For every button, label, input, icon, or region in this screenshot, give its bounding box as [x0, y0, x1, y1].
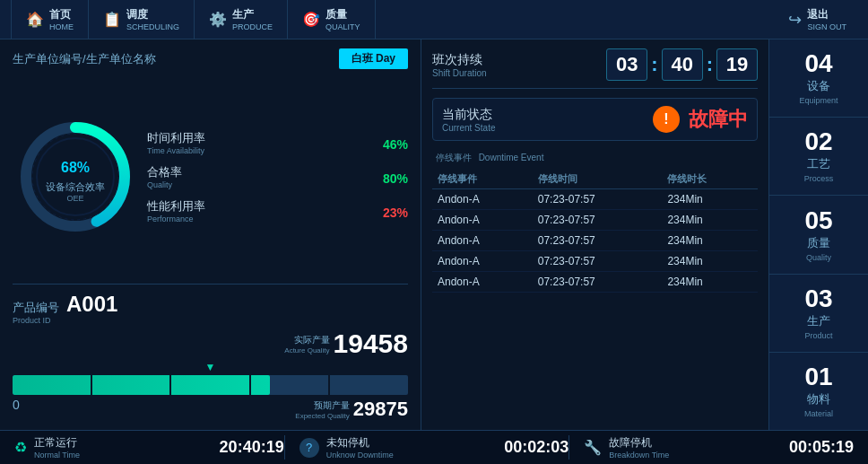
shift-minutes: 40 — [662, 48, 703, 81]
downtime-tbody: Andon-A07:23-07:57234MinAndon-A07:23-07:… — [432, 189, 758, 293]
right-item-material[interactable]: 01 物料 Material — [769, 353, 868, 430]
metric-time-cn: 时间利用率 — [147, 130, 338, 146]
state-label-block: 当前状态 Current State — [442, 107, 495, 133]
metric-performance: 性能利用率 Performance 23% — [147, 198, 408, 223]
downtime-row: Andon-A07:23-07:57234Min — [432, 251, 758, 272]
downtime-thead: 停线事件 停线时间 停线时长 — [432, 170, 758, 189]
progress-arrow: ▼ — [13, 361, 408, 373]
left-panel: 生产单位编号/生产单位名称 白班 Day — [0, 39, 421, 430]
col-duration: 停线时长 — [662, 170, 758, 189]
status-unknown: ? 未知停机 Unknow Downtime 00:02:03 — [284, 435, 569, 460]
downtime-cell-duration-4: 234Min — [662, 272, 758, 293]
shift-hours: 03 — [606, 48, 647, 81]
expected-qty-label-cn: 预期产量 — [295, 399, 349, 412]
progress-seg-1 — [13, 375, 92, 395]
right-item-equipment[interactable]: 04 设备 Equipment — [769, 39, 868, 118]
product-label-cn: 产品编号 — [13, 300, 59, 316]
metrics-list: 时间利用率 Time Availability 46% 合格率 Quality … — [147, 130, 408, 223]
downtime-row: Andon-A07:23-07:57234Min — [432, 210, 758, 231]
right-en-equipment: Equipment — [799, 96, 838, 105]
shift-cn: 班次持续 — [432, 52, 487, 68]
status-normal-text: 正常运行 Normal Time — [34, 435, 80, 460]
downtime-cell-time-2: 07:23-07:57 — [533, 231, 663, 251]
progress-bar-bg — [13, 375, 408, 395]
downtime-cell-duration-1: 234Min — [662, 210, 758, 231]
right-cn-quality: 质量 — [807, 235, 830, 251]
right-cn-material: 物料 — [807, 391, 830, 407]
nav-scheduling[interactable]: 📋 调度 SCHEDULING — [89, 0, 195, 39]
col-time: 停线时间 — [533, 170, 663, 189]
progress-labels: 0 预期产量 Expected Quality 29875 — [13, 398, 408, 421]
metric-time-value: 46% — [345, 131, 408, 154]
right-num-process: 02 — [804, 129, 832, 154]
downtime-cell-time-4: 07:23-07:57 — [533, 272, 663, 293]
oee-circle: 68% 设备综合效率 OEE — [13, 114, 138, 240]
nav-produce-cn: 生产 — [232, 7, 273, 22]
right-item-quality[interactable]: 05 质量 Quality — [769, 196, 868, 274]
right-num-product: 03 — [804, 286, 832, 311]
oee-percent: 68% — [46, 151, 105, 179]
nav-scheduling-en: SCHEDULING — [126, 22, 179, 31]
oee-label-cn: 设备综合效率 — [46, 180, 105, 194]
left-top-row: 生产单位编号/生产单位名称 白班 Day — [13, 48, 408, 69]
state-cn: 当前状态 — [442, 107, 495, 123]
oee-label-en: OEE — [46, 194, 105, 203]
state-value: 故障中 — [689, 106, 748, 133]
downtime-cell-event-3: Andon-A — [432, 251, 533, 272]
shift-duration-row: 班次持续 Shift Duration 03 : 40 : 19 — [432, 48, 758, 89]
downtime-section: 停线事件 Downtime Event 停线事件 停线时间 停线时长 Andon… — [432, 150, 758, 421]
right-num-material: 01 — [804, 364, 832, 390]
oee-center: 68% 设备综合效率 OEE — [46, 151, 105, 203]
progress-seg-3 — [171, 375, 251, 395]
nav-home-en: HOME — [49, 22, 74, 31]
expected-qty-value: 29875 — [353, 398, 408, 421]
downtime-row: Andon-A07:23-07:57234Min — [432, 272, 758, 293]
status-normal: ♻ 正常运行 Normal Time 20:40:19 — [14, 435, 284, 460]
right-item-process[interactable]: 02 工艺 Process — [769, 118, 868, 196]
right-item-product[interactable]: 03 生产 Product — [769, 275, 868, 353]
signout-icon: ↪ — [788, 10, 802, 30]
shift-time-display: 03 : 40 : 19 — [606, 48, 758, 81]
breakdown-icon: 🔧 — [584, 439, 602, 456]
actual-qty-label-cn: 实际产量 — [284, 334, 329, 346]
downtime-cell-event-0: Andon-A — [432, 189, 533, 210]
nav-produce-en: PRODUCE — [232, 22, 273, 31]
top-navigation: 🏠 首页 HOME 📋 调度 SCHEDULING ⚙️ 生产 PRODUCE … — [0, 0, 868, 39]
status-bar: ♻ 正常运行 Normal Time 20:40:19 ? 未知停机 Unkno… — [0, 430, 868, 464]
right-num-equipment: 04 — [804, 51, 832, 76]
progress-seg-5 — [330, 375, 408, 395]
metric-time-en: Time Availability — [147, 146, 338, 155]
shift-seconds: 19 — [716, 48, 758, 81]
downtime-cell-time-1: 07:23-07:57 — [533, 210, 663, 231]
quantity-section: 实际产量 Acture Quality 19458 ▼ — [13, 330, 408, 421]
status-breakdown-text: 故障停机 Breakdown Time — [609, 435, 669, 460]
status-unknown-cn: 未知停机 — [326, 435, 394, 451]
nav-signout[interactable]: ↪ 退出 SIGN OUT — [777, 7, 857, 31]
status-breakdown-time: 00:05:19 — [789, 438, 854, 457]
nav-produce[interactable]: ⚙️ 生产 PRODUCE — [195, 0, 288, 39]
downtime-cell-time-0: 07:23-07:57 — [533, 189, 663, 210]
nav-home-cn: 首页 — [49, 7, 74, 22]
home-icon: 🏠 — [26, 11, 44, 28]
oee-metrics-row: 68% 设备综合效率 OEE 时间利用率 Time Availability 4… — [13, 76, 408, 276]
fault-icon: ! — [653, 106, 680, 133]
progress-section: ▼ 0 — [13, 361, 408, 421]
metric-quality-value: 80% — [345, 165, 408, 188]
right-en-material: Material — [804, 409, 833, 418]
normal-time-icon: ♻ — [14, 439, 27, 456]
shift-en: Shift Duration — [432, 68, 487, 78]
metric-quality-cn: 合格率 — [147, 164, 338, 180]
expected-qty-block: 预期产量 Expected Quality 29875 — [295, 398, 408, 421]
product-id-value: A001 — [66, 292, 117, 317]
shift-colon-2: : — [707, 53, 713, 76]
downtime-cell-event-2: Andon-A — [432, 231, 533, 251]
nav-quality-cn: 质量 — [326, 7, 360, 22]
nav-home[interactable]: 🏠 首页 HOME — [11, 0, 89, 39]
progress-seg-2 — [92, 375, 172, 395]
signout-cn: 退出 — [807, 7, 846, 22]
metric-time-availability: 时间利用率 Time Availability 46% — [147, 130, 408, 155]
expected-qty-label-en: Expected Quality — [295, 412, 349, 420]
right-en-product: Product — [804, 331, 832, 340]
scheduling-icon: 📋 — [103, 11, 121, 28]
nav-quality[interactable]: 🎯 质量 QUALITY — [288, 0, 376, 39]
